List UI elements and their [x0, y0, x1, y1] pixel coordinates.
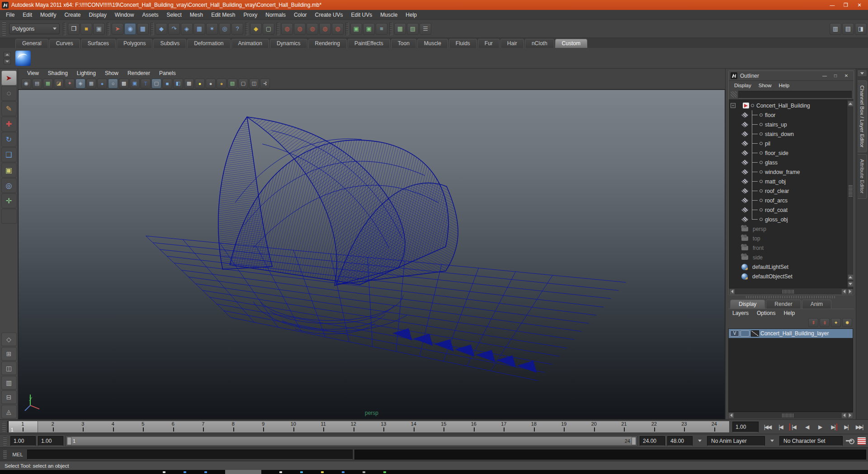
shelf-tab[interactable]: Fur: [478, 39, 500, 48]
outliner-item[interactable]: − roof_coat: [729, 205, 847, 215]
scroll-up-icon[interactable]: [848, 274, 854, 280]
frame-tick[interactable]: 19: [549, 421, 579, 432]
step-back-frame-button[interactable]: |◀: [774, 422, 787, 432]
panel-menu-item[interactable]: View: [23, 70, 43, 76]
outliner-item[interactable]: − window_frame: [729, 167, 847, 177]
chevron-down-icon[interactable]: [767, 436, 777, 446]
panel-menu-item[interactable]: Shading: [43, 70, 72, 76]
time-slider[interactable]: 1 12345678910111213141516171819202122232…: [7, 421, 730, 433]
gate-mask-button[interactable]: ○: [108, 79, 118, 89]
frame-tick[interactable]: 10: [278, 421, 309, 432]
lock-selection-button[interactable]: ◆: [250, 23, 262, 35]
create-empty-layer-button[interactable]: ✦: [831, 318, 841, 327]
film-gate-button[interactable]: ▦: [86, 79, 96, 89]
resolution-gate-button[interactable]: ●: [97, 79, 107, 89]
safe-title-button[interactable]: T: [141, 79, 151, 89]
statusline-separator[interactable]: [389, 23, 392, 35]
rotate-tool[interactable]: ↻: [1, 132, 17, 147]
create-layer-from-selected-button[interactable]: ✹: [842, 318, 852, 327]
taskbar-button[interactable]: [225, 470, 261, 474]
xray-display-button[interactable]: ▢: [238, 79, 248, 89]
outliner-item[interactable]: − front: [729, 243, 847, 253]
outliner-item[interactable]: − top: [729, 234, 847, 243]
select-surfaces-mask-button[interactable]: ◈: [181, 23, 193, 35]
frame-tick[interactable]: 1: [8, 421, 38, 432]
select-by-hierarchy-button[interactable]: ➤: [112, 23, 123, 35]
outliner-search-input[interactable]: [738, 91, 852, 99]
maximize-button[interactable]: ❒: [839, 1, 853, 9]
minimize-button[interactable]: —: [826, 1, 839, 9]
frame-tick[interactable]: 17: [489, 421, 519, 432]
timeline-grip[interactable]: [2, 422, 6, 432]
taskbar-icon[interactable]: [383, 471, 386, 473]
outliner-item[interactable]: − stairs_up: [729, 120, 847, 129]
show-manipulator-tool[interactable]: ✛: [1, 193, 17, 208]
close-button[interactable]: ✕: [853, 1, 866, 9]
scrollbar-thumb[interactable]: [783, 290, 794, 294]
shelf-tab[interactable]: nCloth: [525, 39, 554, 48]
shelf-tab[interactable]: PaintEffects: [348, 39, 390, 48]
collapse-panel-icon[interactable]: [857, 70, 867, 77]
scrollbar-thumb[interactable]: [849, 185, 853, 197]
shelf-tab[interactable]: Toon: [391, 39, 416, 48]
panel-menu-item[interactable]: Panels: [155, 70, 180, 76]
step-back-key-button[interactable]: |◀: [788, 422, 800, 432]
statusline-grip[interactable]: [2, 22, 6, 36]
plugin-display-button[interactable]: ⊰: [260, 79, 270, 89]
frame-tick[interactable]: 15: [429, 421, 459, 432]
playback-end-field[interactable]: [640, 436, 665, 446]
scroll-down-icon[interactable]: [848, 281, 854, 287]
character-set-selector[interactable]: No Character Set: [779, 436, 843, 446]
menu-item[interactable]: Display: [85, 10, 110, 19]
scale-tool[interactable]: ❑: [1, 147, 17, 162]
scroll-left-icon[interactable]: [729, 289, 735, 295]
snap-to-points-button[interactable]: ◍: [307, 23, 318, 35]
outliner-item[interactable]: − roof_arcs: [729, 196, 847, 205]
expand-toggle-icon[interactable]: −: [731, 103, 736, 108]
frame-tick[interactable]: 20: [579, 421, 609, 432]
layer-menu-item[interactable]: Options: [753, 309, 779, 317]
menu-item[interactable]: Select: [162, 10, 185, 19]
anim-layer-selector[interactable]: No Anim Layer: [707, 436, 765, 446]
shelf-tab[interactable]: Dynamics: [270, 39, 307, 48]
frame-tick[interactable]: 14: [399, 421, 429, 432]
range-slider-bar[interactable]: 1 24: [67, 437, 636, 445]
layer-menu-item[interactable]: Help: [779, 309, 799, 317]
select-curves-mask-button[interactable]: ↷: [168, 23, 180, 35]
use-all-lights-button[interactable]: ●: [195, 79, 205, 89]
tab-anim[interactable]: Anim: [802, 300, 831, 309]
outliner-menu-item[interactable]: Help: [775, 81, 793, 89]
lasso-select-tool[interactable]: ◌: [1, 86, 17, 101]
play-backwards-button[interactable]: ◀: [801, 422, 813, 432]
image-plane-button[interactable]: ▦: [43, 79, 53, 89]
layout-outliner-persp-button[interactable]: ◫: [1, 361, 17, 375]
tab-attribute-editor[interactable]: Attribute Editor: [858, 154, 867, 198]
menu-item[interactable]: Create UVs: [311, 10, 347, 19]
frame-tick[interactable]: 18: [519, 421, 549, 432]
select-deformations-mask-button[interactable]: ▦: [193, 23, 205, 35]
frame-tick[interactable]: 12: [339, 421, 369, 432]
frame-tick[interactable]: 11: [308, 421, 339, 432]
select-dynamics-mask-button[interactable]: ✶: [206, 23, 218, 35]
soft-modification-tool[interactable]: ◎: [1, 178, 17, 193]
outliner-item[interactable]: − defaultObjectSet: [729, 272, 847, 281]
outliner-item[interactable]: − glass: [729, 158, 847, 167]
isolate-select-button[interactable]: ▧: [227, 79, 237, 89]
outliner-item[interactable]: − roof_clear: [729, 186, 847, 196]
layer-color-swatch[interactable]: [751, 330, 759, 337]
snap-to-curves-button[interactable]: ◍: [294, 23, 306, 35]
frame-tick[interactable]: 4: [98, 421, 128, 432]
panel-menu-item[interactable]: Lighting: [72, 70, 100, 76]
camera-attributes-button[interactable]: ◉: [21, 79, 31, 89]
outliner-item[interactable]: − matt_obj: [729, 177, 847, 186]
outliner-menu-item[interactable]: Display: [731, 81, 755, 89]
tab-render[interactable]: Render: [766, 300, 801, 309]
shelf-tab[interactable]: Surfaces: [81, 39, 116, 48]
frame-tick[interactable]: 21: [609, 421, 639, 432]
select-tool[interactable]: ➤: [1, 70, 17, 85]
shelf-tab[interactable]: Fluids: [449, 39, 477, 48]
view-compass-button[interactable]: ◪: [54, 79, 64, 89]
layer-visibility-toggle[interactable]: V: [730, 330, 739, 337]
statusline-separator[interactable]: [276, 23, 279, 35]
layer-horizontal-scrollbar[interactable]: [728, 412, 853, 418]
